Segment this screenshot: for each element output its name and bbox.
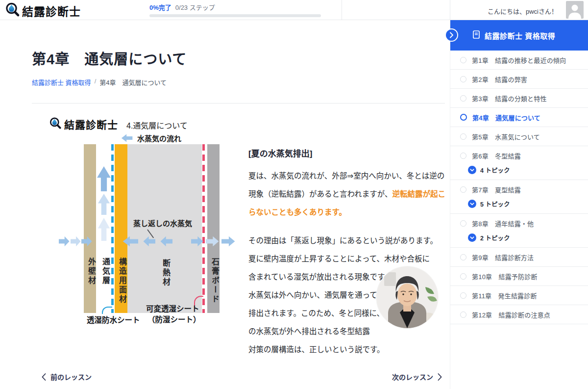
sidebar-item-chapter-8[interactable]: 第8章 通年結露・他 2 トピック: [450, 214, 588, 248]
paragraph-2-line: 夏に壁内温度が上昇することによって、木材や合板に: [248, 250, 445, 268]
inflow-arrow: [59, 236, 70, 247]
header-divider: [342, 0, 342, 20]
chevron-left-icon: [42, 373, 46, 381]
next-lesson-link[interactable]: 次のレッスン: [392, 372, 442, 382]
chapter-6-topics-toggle[interactable]: 4 トピック: [468, 164, 581, 176]
sidebar-collapse-button[interactable]: [445, 28, 458, 42]
room-side-arrow: [191, 236, 203, 247]
paragraph-2-line: その理由は「蒸返し現象」にあるという説があります。: [248, 232, 445, 250]
sidebar-item-chapter-7[interactable]: 第7章 夏型結露 5 トピック: [450, 180, 588, 214]
sidebar-item-chapter-1[interactable]: 第1章 結露の推移と最近の傾向: [450, 51, 588, 70]
vent-up-arrow: [97, 166, 111, 191]
variable-sheet-line: [202, 144, 205, 313]
layer-outer-wall-bar: [84, 144, 96, 313]
user-greeting: こんにちは、pwciさん！: [488, 6, 558, 16]
sidebar-item-chapter-9[interactable]: 第9章 結露診断方法: [450, 248, 588, 267]
chevron-right-icon: [449, 32, 454, 38]
figure-logo-text: 結露診断士: [64, 117, 118, 131]
steam-back-arrow: [160, 236, 172, 247]
header-divider: [450, 0, 450, 20]
progress-steps-label: 0/23 ステップ: [175, 2, 215, 12]
sidebar-course-title: 結露診断士 資格取得: [485, 30, 555, 41]
waterproof-sheet-line: [111, 144, 114, 313]
breadcrumb: 結露診断士 資格取得 / 第4章 通気層について: [32, 78, 167, 87]
progress-bar: [149, 14, 321, 17]
page-title: 第4章 通気層について: [32, 48, 187, 68]
flow-label: 水蒸気の流れ: [137, 133, 181, 143]
chapter-list: 第1章 結露の推移と最近の傾向 第2章 結露の弊害 第3章 結露の分類と特性 第…: [450, 51, 588, 324]
flow-left-arrow-icon: [120, 134, 134, 142]
sidebar-item-chapter-11[interactable]: 第11章 発生結露診断: [450, 286, 588, 305]
vapor-flow-legend: 水蒸気の流れ: [120, 133, 181, 143]
progress-percent-label: 0%完了: [149, 2, 172, 12]
app-logo-text: 結露診断士: [22, 2, 81, 19]
chapter-status-circle: [460, 254, 466, 260]
sidebar-item-chapter-12[interactable]: 第12章 結露診断の注意点: [450, 305, 588, 324]
chapter-8-topics-toggle[interactable]: 2 トピック: [468, 232, 581, 243]
chapter-status-circle: [460, 292, 466, 299]
inflow-arrow: [71, 236, 81, 247]
sidebar-item-chapter-6[interactable]: 第6章 冬型結露 4 トピック: [450, 146, 588, 180]
label-variable-sheet-sub: （防湿シート）: [147, 313, 201, 324]
course-sidebar: 結露診断士 資格取得 第1章 結露の推移と最近の傾向 第2章 結露の弊害 第3章…: [450, 20, 588, 389]
chapter-status-circle: [460, 133, 466, 140]
breadcrumb-current: 第4章 通気層について: [99, 78, 167, 87]
label-vent-layer: 通気層: [99, 258, 111, 285]
course-progress: 0%完了 0/23 ステップ: [149, 2, 324, 17]
inflow-arrow: [81, 236, 92, 247]
instructor-photo: [376, 266, 438, 328]
paragraph-2-line: 対策の層構造は、正しいという説です。: [248, 340, 445, 359]
chapter-status-circle: [460, 76, 466, 82]
sidebar-item-chapter-3[interactable]: 第3章 結露の分類と特性: [450, 89, 588, 108]
chevron-down-circle-icon: [468, 200, 476, 208]
sidebar-item-chapter-2[interactable]: 第2章 結露の弊害: [450, 70, 588, 89]
prev-lesson-link[interactable]: 前のレッスン: [42, 372, 92, 382]
paragraph-1: 夏は、水蒸気の流れが、外部⇒室内へ向かい、冬とは逆の現象（逆転結露）があると言わ…: [248, 167, 445, 221]
chapter-7-topics-toggle[interactable]: 5 トピック: [468, 198, 581, 209]
steam-back-arrow: [122, 236, 138, 247]
room-side-arrow: [221, 236, 235, 247]
waterproof-callout-arc: [102, 307, 112, 314]
label-outer-wall: 外壁材: [85, 258, 97, 285]
label-structural: 構造用面材: [116, 258, 128, 304]
section-heading: [夏の水蒸気排出]: [248, 147, 445, 159]
sidebar-item-chapter-4-current[interactable]: 第4章 通気層について: [450, 108, 588, 127]
label-insulation: 断熱材: [160, 259, 172, 287]
label-gypsum: 石膏ボード: [209, 258, 220, 304]
vent-up-arrow: [98, 193, 110, 215]
user-avatar[interactable]: [566, 1, 584, 19]
chapter-status-circle: [460, 114, 467, 121]
room-side-arrow: [206, 236, 219, 247]
figure-subtitle: 4.通気層について: [126, 118, 188, 131]
breadcrumb-separator: /: [95, 78, 97, 87]
vent-up-arrow: [98, 217, 110, 241]
label-waterproof-sheet: 透湿防水シート: [87, 314, 140, 325]
magnifier-drop-icon: [5, 2, 20, 19]
course-doc-icon: [473, 30, 480, 41]
chapter-status-circle: [460, 273, 466, 280]
chapter-status-circle: [460, 220, 466, 227]
chapter-status-circle: [460, 95, 466, 102]
chapter-status-circle: [460, 153, 466, 159]
figure-magnifier-drop-icon: [49, 117, 62, 131]
lesson-main: 第4章 通気層について 結露診断士 資格取得 / 第4章 通気層について 結露診…: [0, 20, 450, 389]
steam-label: 蒸し返しの水蒸気: [133, 218, 192, 228]
app-logo[interactable]: 結露診断士: [5, 2, 81, 19]
chapter-status-circle: [460, 57, 466, 63]
chevron-right-icon: [438, 373, 442, 381]
content-divider: [32, 103, 445, 104]
lesson-figure: 結露診断士 4.通気層について 水蒸気の流れ: [49, 117, 240, 335]
chapter-status-circle: [460, 311, 466, 318]
chevron-down-circle-icon: [468, 166, 476, 174]
label-variable-sheet: 可変透湿シート: [146, 303, 199, 313]
chevron-down-circle-icon: [468, 233, 476, 242]
breadcrumb-course-link[interactable]: 結露診断士 資格取得: [32, 78, 91, 87]
sidebar-item-chapter-5[interactable]: 第5章 水蒸気について: [450, 127, 588, 146]
chapter-status-circle: [460, 186, 466, 193]
page: 結露診断士 0%完了 0/23 ステップ こんにちは、pwciさん！ 第4章 通…: [0, 0, 588, 389]
layer-insulation-bar: [127, 144, 202, 313]
sidebar-course-header: 結露診断士 資格取得: [450, 20, 588, 51]
top-header: 結露診断士 0%完了 0/23 ステップ こんにちは、pwciさん！: [0, 0, 588, 20]
sidebar-item-chapter-10[interactable]: 第10章 結露予防診断: [450, 267, 588, 286]
